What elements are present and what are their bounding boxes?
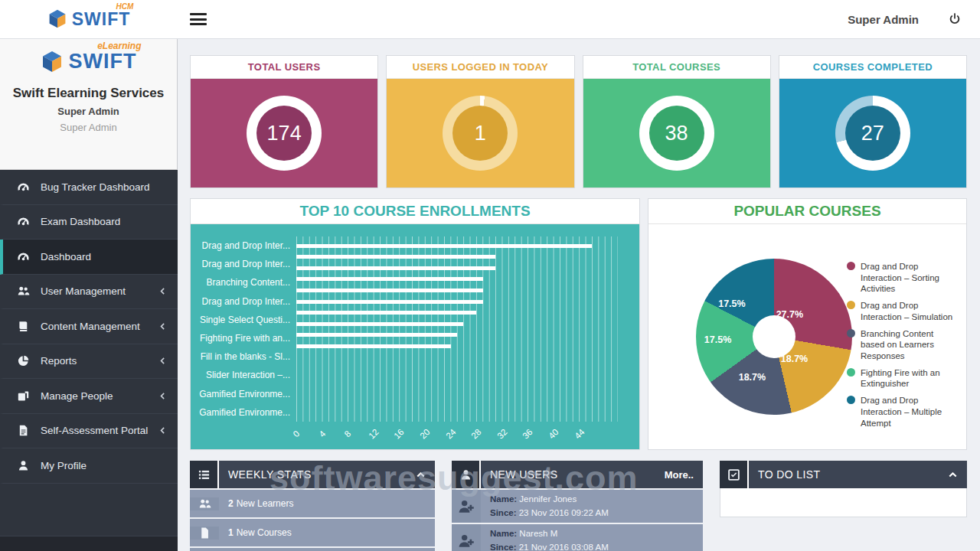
stat-card-value: 27 <box>861 122 884 145</box>
sidebar-item-label: User Management <box>41 285 126 297</box>
stat-card-value: 174 <box>267 122 302 145</box>
new-users-panel: NEW USERS More.. Name: Jennifer Jones Si… <box>452 461 703 551</box>
bar <box>296 244 592 248</box>
chevron-left-icon <box>158 392 167 400</box>
sidebar-item-label: Dashboard <box>41 251 91 262</box>
topbar: SWIFT HCM Super Admin <box>0 0 980 39</box>
topbar-right: Super Admin <box>848 12 980 26</box>
x-tick-label: 28 <box>469 427 483 441</box>
sidebar: SWIFT eLearning Swift Elearning Services… <box>0 39 178 551</box>
stat-cards-row: TOTAL USERS 174 USERS LOGGED IN TODAY <box>190 55 967 188</box>
bar <box>296 333 457 337</box>
file-icon <box>198 527 211 540</box>
x-tick-label: 44 <box>573 427 586 441</box>
x-tick-label: 12 <box>367 427 381 441</box>
x-tick-label: 8 <box>343 429 353 439</box>
bar-chart: Drag and Drop Inter...Drag and Drop Inte… <box>191 224 639 449</box>
main-content: TOTAL USERS 174 USERS LOGGED IN TODAY <box>178 39 980 551</box>
sidebar-item[interactable]: Content Management <box>0 309 178 344</box>
name-label: Name: <box>490 494 517 504</box>
users-icon <box>17 285 30 298</box>
bottom-panels-row: WEEKLY STATS 2New Learners <box>190 461 967 551</box>
role-sub-label: Super Admin <box>0 122 177 133</box>
hcm-logo: SWIFT HCM <box>0 0 178 39</box>
sidebar-item[interactable]: Self-Assessment Portal <box>0 414 178 449</box>
legend-label: Drag and Drop Interaction – Sorting Acti… <box>861 261 959 295</box>
sidebar-item[interactable]: Bug Tracker Dashboard <box>0 170 178 205</box>
sidebar-item[interactable]: My Profile <box>0 448 178 484</box>
sidebar-item-label: Exam Dashboard <box>41 216 120 227</box>
legend-item[interactable]: Drag and Drop Interaction – Simulation <box>847 300 959 322</box>
chevron-up-icon[interactable] <box>416 470 426 480</box>
pie-hole <box>753 315 795 358</box>
bar-chart-title: TOP 10 COURSE ENROLLMENTS <box>191 199 639 224</box>
legend-dot <box>847 368 855 377</box>
bar-chart-plot-area <box>296 236 618 422</box>
user-plus-icon <box>458 498 475 515</box>
user-name: Jennifer Jones <box>519 494 577 504</box>
todo-list-panel: TO DO LIST <box>720 461 967 551</box>
pie-icon <box>17 354 30 367</box>
check-square-icon <box>727 468 740 481</box>
stat-card-value: 38 <box>665 122 688 145</box>
x-tick-label: 16 <box>393 427 407 441</box>
popular-courses-panel: POPULAR COURSES 27.7% 18.7% 18.7% 17.5% <box>648 198 967 450</box>
pie-slice-percent-label: 17.5% <box>704 334 731 345</box>
weekly-stats-row: 2New Learners <box>190 490 435 517</box>
legend-label: Fighting Fire with an Extinguisher <box>861 367 959 390</box>
legend-dot <box>847 396 855 404</box>
stat-count: 2 <box>228 498 234 509</box>
new-users-title: NEW USERS <box>490 468 557 481</box>
bar <box>296 344 451 348</box>
pie-slice-percent-label: 18.7% <box>781 354 808 364</box>
donut-ring: 27 <box>835 96 910 171</box>
chevron-left-icon <box>158 322 167 331</box>
bar-category-label: Drag and Drop Inter... <box>198 236 296 255</box>
brand-sup: HCM <box>116 2 133 11</box>
legend-item[interactable]: Fighting Fire with an Extinguisher <box>847 367 959 390</box>
users-icon <box>198 497 211 510</box>
pie-legend: Drag and Drop Interaction – Sorting Acti… <box>847 261 959 429</box>
power-icon[interactable] <box>948 12 962 26</box>
chevron-left-icon <box>158 357 167 365</box>
sidebar-item[interactable]: Reports <box>0 344 178 380</box>
stat-card-title: TOTAL COURSES <box>583 56 770 79</box>
stat-label: New Learners <box>237 498 294 509</box>
topbar-user-label[interactable]: Super Admin <box>848 13 919 26</box>
legend-item[interactable]: Branching Content based on Learners Resp… <box>847 328 959 362</box>
bar-category-label: Slider Interaction –... <box>198 366 296 384</box>
sidebar-item[interactable]: Exam Dashboard <box>0 205 178 240</box>
user-icon <box>17 459 30 472</box>
bar <box>296 289 483 292</box>
bar-category-label: Fill in the blanks - Sl... <box>198 347 296 366</box>
stat-label: New Courses <box>237 527 292 538</box>
logo-cube-icon <box>41 51 64 73</box>
more-link[interactable]: More.. <box>665 469 694 481</box>
stat-count: 1 <box>228 527 234 538</box>
user-icon <box>459 468 472 481</box>
weekly-stats-title: WEEKLY STATS <box>228 468 312 481</box>
legend-item[interactable]: Drag and Drop Interaction – Sorting Acti… <box>847 261 959 295</box>
hamburger-menu-icon[interactable] <box>190 13 207 25</box>
weekly-stats-row <box>190 548 435 551</box>
name-label: Name: <box>490 529 517 538</box>
chevron-left-icon <box>158 287 167 295</box>
chevron-up-icon[interactable] <box>948 470 958 480</box>
legend-item[interactable]: Drag and Drop Interaction – Multiple Att… <box>847 395 959 429</box>
legend-label: Drag and Drop Interaction – Multiple Att… <box>861 395 959 429</box>
org-name: Swift Elearning Services <box>0 86 177 101</box>
x-tick-label: 4 <box>317 429 327 439</box>
x-tick-label: 20 <box>418 427 432 441</box>
sidebar-item[interactable]: Manage People <box>0 379 178 414</box>
top-courses-chart-panel: TOP 10 COURSE ENROLLMENTS Drag and Drop … <box>190 198 640 450</box>
gauge-icon <box>17 215 30 228</box>
legend-dot <box>847 262 855 270</box>
sidebar-footer <box>0 536 178 551</box>
legend-dot <box>847 301 855 309</box>
sidebar-item[interactable]: Dashboard <box>0 240 178 275</box>
legend-dot <box>847 329 855 337</box>
legend-label: Branching Content based on Learners Resp… <box>861 328 959 362</box>
sidebar-item-label: My Profile <box>41 460 87 471</box>
pie-chart-title: POPULAR COURSES <box>648 199 966 224</box>
sidebar-item[interactable]: User Management <box>0 275 178 310</box>
